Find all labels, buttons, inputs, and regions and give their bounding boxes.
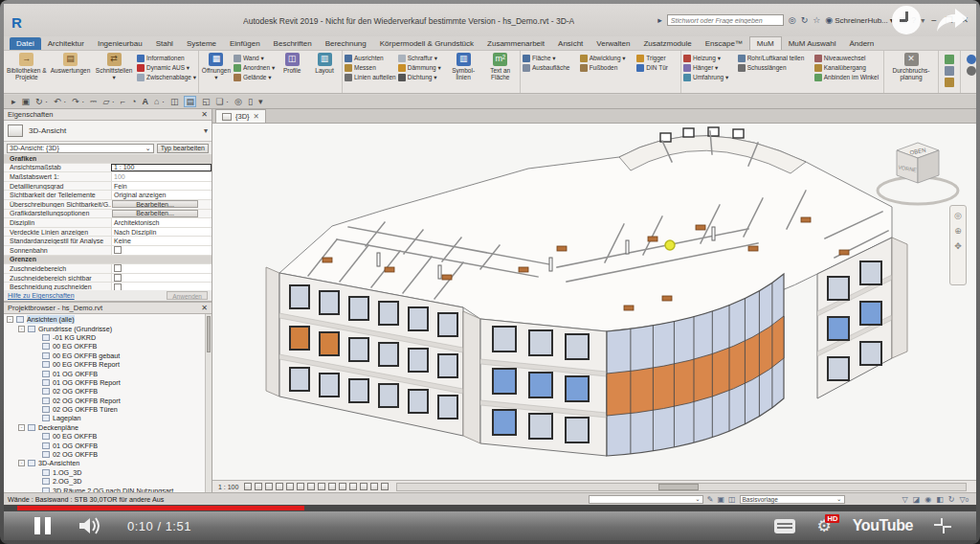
property-row[interactable]: Grenzen — [4, 256, 212, 265]
schnittstellen-button[interactable]: ⇄Schnittstellen ▾ — [93, 52, 135, 83]
tree-item[interactable]: -01 KG UKRD — [4, 333, 212, 342]
extra-view-icon[interactable] — [381, 483, 389, 490]
ribbon-tab[interactable]: MuM Auswahl — [782, 37, 843, 50]
fussboden-button[interactable]: Fußboden — [580, 63, 635, 72]
informationen-button[interactable]: Informationen — [137, 54, 196, 62]
crop-view-icon[interactable] — [286, 483, 294, 490]
edit-type-button[interactable]: Typ bearbeiten — [157, 144, 209, 153]
ribbon-tab[interactable]: Verwalten — [590, 37, 636, 50]
settings-info-icon[interactable] — [967, 55, 976, 64]
editable-only-icon[interactable]: ✎ — [707, 495, 714, 504]
tree-item[interactable]: 01 OG OKFFB Report — [4, 378, 212, 387]
watch-later-clock-icon[interactable] — [892, 6, 921, 34]
binoculars-icon[interactable]: ◎ — [789, 15, 796, 25]
schusslaengen-button[interactable]: Schusslängen — [738, 63, 813, 72]
viewcube[interactable]: OBEN VORNE — [878, 143, 958, 204]
zwischenablage-button[interactable]: Zwischenablage ▾ — [137, 73, 196, 81]
measure-icon[interactable]: ▱ · — [102, 97, 114, 106]
zoom-icon[interactable]: ◎ — [234, 97, 242, 106]
property-row[interactable]: Beschneidung zuschneiden — [4, 283, 212, 290]
trigger-button[interactable]: Trigger — [636, 54, 679, 62]
tree-expander-icon[interactable]: - — [18, 460, 25, 466]
search-collapse-icon[interactable]: ▸ — [657, 15, 662, 25]
tree-item[interactable]: 00 EG OKFFB — [4, 432, 212, 441]
open-icon[interactable]: ▸ — [11, 97, 16, 106]
close-browser-icon[interactable]: ✕ — [201, 304, 208, 312]
ribbon-tab[interactable]: Zusatzmodule — [636, 37, 698, 50]
search-input[interactable] — [667, 14, 784, 26]
customize-qat-icon[interactable]: ▾ — [258, 97, 263, 106]
apply-button[interactable]: Anwenden — [167, 291, 208, 300]
gelaende-button[interactable]: Gelände ▾ — [234, 73, 275, 81]
visual-style-icon[interactable] — [244, 483, 252, 490]
worksharing-display-icon[interactable] — [339, 483, 346, 490]
tree-item[interactable]: 2.OG_3D — [4, 477, 212, 486]
view-tab-3d[interactable]: {3D} ✕ — [215, 109, 266, 123]
design-option-dropdown[interactable]: Basisvorlage⌄ — [740, 495, 845, 504]
rohr-luftkanal-teilen-button[interactable]: Rohr/Luftkanal teilen — [738, 54, 813, 62]
manage-icon-3[interactable] — [945, 78, 954, 87]
switch-windows-icon[interactable]: ❏ · — [215, 97, 229, 106]
property-row[interactable]: Standardanzeigestil für Analyse Keine — [4, 237, 212, 246]
bibliotheken-projekte-button[interactable]: →Bibliotheken & Projekte — [6, 52, 48, 83]
save-icon[interactable]: ▣ — [22, 97, 31, 106]
print-icon[interactable]: ⎓ — [90, 97, 97, 107]
sync-icon[interactable]: ↻ — [801, 15, 809, 25]
ribbon-tab[interactable]: Beschriften — [267, 37, 319, 50]
chevron-down-icon[interactable]: ▾ — [204, 126, 208, 135]
steering-wheel-icon[interactable]: ◎ — [954, 211, 962, 220]
tree-item[interactable]: 02 OG OKFFB Türen — [4, 405, 212, 414]
youtube-logo[interactable]: YouTube — [853, 517, 913, 534]
tree-item[interactable]: 00 EG OKFFB gebaut — [4, 351, 212, 360]
ribbon-tab[interactable]: Berechnung — [319, 37, 373, 50]
select-underlay-icon[interactable]: ◧ — [936, 495, 944, 504]
property-row[interactable]: Disziplin Architektonisch — [4, 218, 212, 228]
ausbauflaeche-button[interactable]: Ausbaufläche — [523, 63, 578, 72]
volume-button[interactable] — [78, 515, 102, 536]
anordnen-button[interactable]: Anordnen ▾ — [234, 63, 275, 72]
tree-expander-icon[interactable]: - — [7, 316, 13, 323]
horizontal-scrollbar[interactable] — [396, 483, 967, 491]
tree-item[interactable]: 1.OG_3D — [4, 468, 212, 477]
exclude-options-icon[interactable]: ▽ — [902, 495, 908, 504]
view-instance-dropdown[interactable]: 3D-Ansicht: {3D}⌄ — [7, 144, 154, 153]
view-scale-button[interactable]: 1 : 100 — [212, 484, 244, 490]
property-row[interactable]: Grafikdarstellungsoptionen Bearbeiten... — [4, 210, 212, 219]
tree-item[interactable]: 01 OG OKFFB — [4, 441, 212, 449]
text-icon[interactable]: A — [143, 97, 149, 106]
sun-path-icon[interactable] — [255, 483, 262, 490]
captions-icon[interactable] — [774, 519, 795, 533]
text-an-flaeche-button[interactable]: m²Text an Fläche — [482, 52, 518, 83]
3d-view-icon[interactable]: ⌂ · — [154, 97, 165, 106]
account-menu[interactable]: ◉SchreinerHub...▾ — [825, 15, 893, 25]
sync-icon[interactable]: ↻ · — [35, 97, 48, 106]
property-row[interactable]: Ansichtsmaßstab 1 : 100 — [4, 164, 212, 173]
close-properties-icon[interactable]: ✕ — [201, 110, 208, 119]
tree-item[interactable]: 02 OG OKFFB — [4, 387, 212, 396]
oeffnungen-button[interactable]: ▦Öffnungen ▾ — [201, 52, 232, 83]
property-row[interactable]: Sichtbarkeit der Teilelemente Original a… — [4, 191, 212, 200]
property-row[interactable]: Verdeckte Linien anzeigen Nach Disziplin — [4, 228, 212, 238]
tree-item[interactable]: 3D Räume 2.OG nach DIN Nutzungsart — [4, 486, 212, 492]
auswertungen-button[interactable]: ▤Auswertungen — [50, 52, 92, 83]
3d-model-view[interactable]: OBEN VORNE — [212, 124, 976, 482]
ribbon-tab[interactable]: MuM — [749, 36, 782, 50]
undo-icon[interactable]: ↶ · — [54, 97, 66, 106]
ribbon-tab[interactable]: Ingenieurbau — [91, 37, 149, 50]
worksets-icon[interactable]: ▣ — [717, 495, 724, 504]
share-arrow-icon[interactable] — [936, 6, 969, 34]
crop-visible-icon[interactable] — [297, 483, 304, 490]
tree-expander-icon[interactable]: - — [18, 424, 25, 431]
navigation-bar[interactable]: ◎ ⊕ ✥ — [949, 205, 967, 285]
lock-view-icon[interactable] — [307, 483, 315, 490]
pause-button[interactable] — [34, 517, 51, 534]
ausrichten-button[interactable]: Ausrichten — [345, 54, 396, 62]
thin-lines-icon[interactable]: ▤ — [184, 96, 196, 107]
temporary-hide-icon[interactable] — [318, 483, 325, 490]
tree-item[interactable]: 02 OG OKFFB Report — [4, 397, 212, 405]
flaeche-button[interactable]: Fläche ▾ — [523, 54, 578, 62]
abwicklung-button[interactable]: Abwicklung ▾ — [580, 54, 635, 62]
ribbon-tab[interactable]: Körpermodell & Grundstück — [373, 37, 480, 50]
redo-icon[interactable]: ↷ · — [72, 97, 84, 106]
tree-item[interactable]: Lageplan — [4, 414, 212, 422]
